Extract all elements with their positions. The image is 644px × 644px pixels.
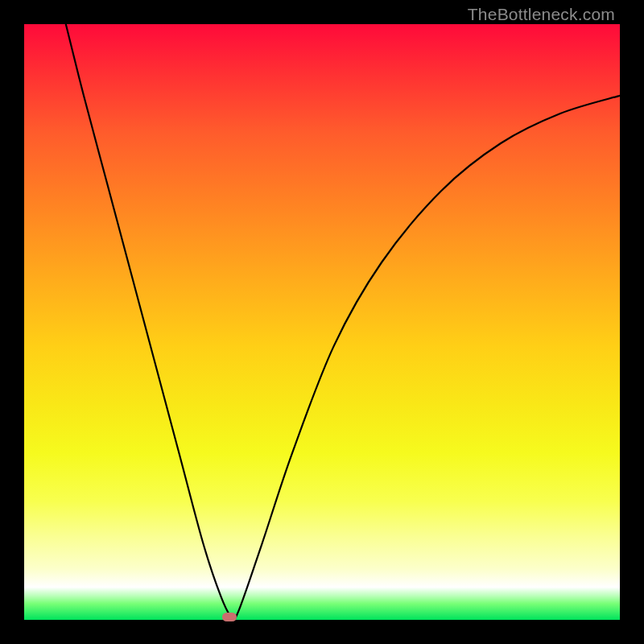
watermark-text: TheBottleneck.com bbox=[468, 5, 615, 24]
optimum-marker bbox=[222, 613, 237, 621]
bottleneck-curve bbox=[66, 24, 620, 620]
chart-curve-svg bbox=[24, 24, 620, 620]
